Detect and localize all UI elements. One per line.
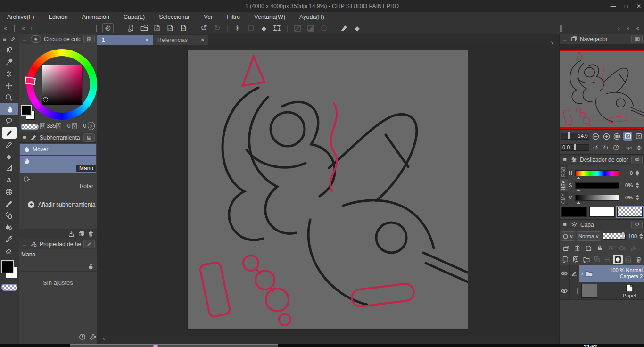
lock-transparent-icon[interactable] [606, 243, 616, 253]
chevron-left-icon[interactable]: ‹ [30, 25, 32, 32]
minimize-button[interactable]: — [611, 3, 616, 9]
export-jpg-icon[interactable]: jpg [152, 23, 163, 33]
transparent-color-swatch[interactable] [1, 284, 17, 291]
brush-detail-tab-icon[interactable] [83, 240, 95, 248]
pen-quick-icon[interactable] [339, 23, 350, 33]
delete-subtool-icon[interactable] [88, 231, 94, 237]
panel-grip-icon[interactable] [13, 25, 16, 32]
spinner[interactable] [636, 195, 639, 200]
new-file-icon[interactable] [125, 23, 137, 33]
rotation-slider[interactable]: 0.0 [561, 144, 589, 151]
panel-menu-icon[interactable]: ≡ [21, 35, 28, 42]
zoom-out-icon[interactable] [591, 132, 600, 141]
bucket-quick-icon[interactable]: ◆ [352, 23, 363, 33]
copy-subtool-icon[interactable] [78, 231, 84, 237]
spinner[interactable] [636, 170, 639, 176]
add-subtool-button[interactable]: + Añadir subherramienta [19, 201, 97, 208]
settings-wrench-icon[interactable] [90, 333, 97, 340]
subtool-item-rotar[interactable]: Rotar [20, 174, 96, 191]
crop-frame-icon[interactable] [272, 23, 283, 33]
menu-capa[interactable]: Capa(L) [116, 12, 152, 22]
eyedropper-tool[interactable] [0, 56, 18, 68]
collapse-left-icon[interactable]: « [22, 25, 25, 32]
redo-icon[interactable]: ↻ [212, 23, 223, 33]
fill-icon[interactable]: ◆ [258, 23, 270, 33]
tab-rgb[interactable]: RGB [560, 165, 568, 178]
decoration-tool[interactable] [0, 233, 18, 245]
pen-tool[interactable] [2, 127, 17, 139]
panel-menu-icon[interactable]: ≡ [3, 36, 6, 42]
menu-ventana[interactable]: Ventana(W) [247, 12, 292, 22]
color-mixer-tab-icon[interactable] [631, 156, 643, 164]
text-tool[interactable]: A [0, 174, 18, 186]
transparent-color-swatch[interactable] [21, 124, 39, 130]
zoom-slider[interactable]: 14.9 [561, 133, 589, 140]
transfer-down-icon[interactable] [592, 255, 602, 264]
unlock-icon[interactable] [88, 263, 94, 269]
palette-color-dropdown[interactable]: ∨ [561, 231, 575, 241]
layer-row-papel[interactable]: Papel [560, 282, 644, 300]
enable-mask-icon[interactable] [617, 243, 627, 253]
select-running-icon[interactable]: ✳ [232, 23, 243, 33]
import-subtool-icon[interactable] [68, 231, 74, 237]
expand-right-icon[interactable]: » [627, 25, 630, 32]
fit-to-window-icon[interactable] [634, 132, 643, 141]
opacity-slider[interactable] [603, 233, 626, 240]
saturation-slider[interactable] [575, 182, 619, 189]
open-file-icon[interactable] [139, 23, 150, 33]
main-color-swatch[interactable] [22, 106, 31, 115]
line-select-icon[interactable] [292, 23, 303, 33]
ruler-range-icon[interactable] [628, 243, 639, 253]
move-tool[interactable] [0, 80, 18, 91]
selection-tool[interactable] [0, 115, 18, 127]
canvas[interactable] [188, 50, 468, 329]
export-psd-icon[interactable]: psd [178, 23, 190, 33]
panel-grip-icon[interactable] [559, 25, 562, 32]
add-mask-icon[interactable] [624, 255, 633, 264]
stroke-history-icon[interactable] [79, 333, 86, 340]
pencil-tool[interactable] [0, 139, 18, 150]
hsv-mode-toggle-icon[interactable]: ▷ [88, 122, 95, 130]
hand-tool[interactable] [0, 103, 18, 115]
undo-icon[interactable]: ↺ [198, 23, 210, 33]
maximize-button[interactable]: □ [625, 3, 628, 9]
flip-horizontal-icon[interactable]: ▷|◁ [624, 143, 633, 152]
transparent-swatch[interactable] [617, 207, 643, 217]
menu-ver[interactable]: Ver [197, 12, 220, 22]
menu-archivo[interactable]: Archivo(F) [0, 12, 41, 22]
flip-vertical-icon[interactable] [635, 143, 643, 152]
rounded-select-icon[interactable] [318, 23, 330, 33]
color-set-tab-icon[interactable] [83, 35, 95, 43]
close-tab-icon[interactable]: ✕ [201, 37, 205, 42]
zoom-tool[interactable] [0, 91, 18, 103]
white-swatch[interactable] [589, 207, 615, 217]
area-select-icon[interactable] [305, 23, 316, 33]
clip-studio-icon[interactable] [102, 23, 114, 33]
rotate-left-icon[interactable]: ↺ [591, 143, 600, 152]
panel-menu-icon[interactable]: ≡ [561, 156, 568, 163]
visibility-eye-icon[interactable] [560, 265, 570, 282]
document-tab-1[interactable]: 1 ✕ [97, 35, 153, 45]
lock-layer-icon[interactable] [594, 243, 605, 253]
saturation-value-square[interactable] [42, 65, 83, 105]
menu-filtro[interactable]: Filtro [220, 12, 247, 22]
eraser-tool[interactable] [0, 245, 18, 256]
menu-ayuda[interactable]: Ayuda(H) [292, 12, 331, 22]
subview-tab-icon[interactable] [631, 35, 643, 43]
panel-menu-icon[interactable]: ≡ [21, 134, 28, 141]
collapse-left-icon[interactable]: « [4, 25, 7, 32]
background-window-edge[interactable] [70, 344, 278, 347]
brush-tool[interactable] [0, 198, 18, 209]
value-slider[interactable] [575, 195, 619, 201]
expand-up-icon[interactable]: ∧ [101, 338, 107, 343]
airbrush-tool[interactable] [0, 209, 18, 221]
reference-layer-icon[interactable] [572, 243, 582, 253]
operation-tool[interactable] [0, 44, 18, 56]
close-tab-icon[interactable]: ✕ [145, 37, 149, 42]
export-png-icon[interactable]: png [165, 23, 176, 33]
new-raster-layer-icon[interactable] [561, 255, 570, 264]
tab-list-dropdown-icon[interactable]: ∨ [551, 40, 559, 45]
layer-property-tab-icon[interactable] [631, 221, 643, 229]
tab-hsv[interactable]: HSV [560, 178, 568, 191]
expand-folder-icon[interactable]: › [581, 270, 583, 277]
